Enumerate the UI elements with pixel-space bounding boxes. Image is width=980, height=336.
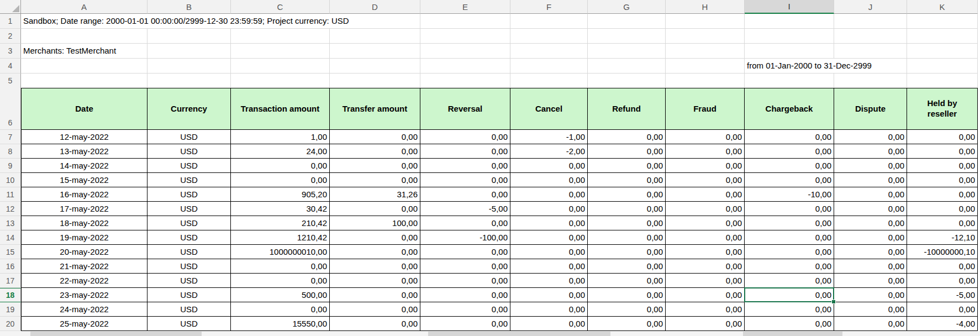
table-cell[interactable]: 0,00	[588, 187, 666, 202]
table-cell[interactable]: 0,00	[834, 144, 907, 159]
table-cell[interactable]: 0,00	[666, 259, 745, 274]
cell-H4[interactable]	[666, 59, 745, 74]
table-header-cell[interactable]: Dispute	[834, 88, 907, 130]
table-cell[interactable]: 0,00	[231, 259, 330, 274]
table-cell[interactable]: USD	[147, 274, 231, 288]
table-header-cell[interactable]: Held by reseller	[907, 88, 978, 130]
column-header-C[interactable]: C	[231, 0, 330, 14]
date-range-cell[interactable]: from 01-Jan-2000 to 31-Dec-2999	[745, 59, 874, 73]
table-cell[interactable]: 16-may-2022	[21, 187, 147, 202]
table-cell[interactable]: 0,00	[510, 317, 588, 331]
cell-C3[interactable]	[231, 44, 330, 59]
cell-G3[interactable]	[588, 44, 666, 59]
row-number-14[interactable]: 14	[0, 230, 21, 245]
table-cell[interactable]: 22-may-2022	[21, 274, 147, 288]
table-cell[interactable]: 0,00	[907, 130, 978, 144]
table-cell[interactable]: 13-may-2022	[21, 144, 147, 159]
table-cell[interactable]: USD	[147, 259, 231, 274]
table-cell[interactable]: 0,00	[907, 159, 978, 173]
cell-K3[interactable]	[907, 44, 978, 59]
row-number-13[interactable]: 13	[0, 216, 21, 230]
table-cell[interactable]: 0,00	[420, 159, 510, 173]
table-cell[interactable]: 24,00	[231, 144, 330, 159]
cell-G5[interactable]	[588, 74, 666, 88]
cell-D2[interactable]	[330, 29, 420, 44]
table-cell[interactable]: 12-may-2022	[21, 130, 147, 144]
table-cell[interactable]: 0,00	[510, 187, 588, 202]
table-cell[interactable]: 0,00	[745, 274, 834, 288]
table-cell[interactable]: USD	[147, 216, 231, 230]
table-cell[interactable]: 0,00	[834, 230, 907, 245]
table-cell[interactable]: USD	[147, 317, 231, 331]
table-cell[interactable]: 0,00	[745, 144, 834, 159]
table-cell[interactable]: 30,42	[231, 202, 330, 216]
table-cell[interactable]: 23-may-2022	[21, 288, 147, 302]
table-cell[interactable]: 25-may-2022	[21, 317, 147, 331]
table-cell[interactable]: 0,00	[745, 173, 834, 187]
table-cell[interactable]: 0,00	[907, 144, 978, 159]
table-cell[interactable]: USD	[147, 245, 231, 259]
cell-C4[interactable]	[231, 59, 330, 74]
table-cell[interactable]: 0,00	[745, 302, 834, 317]
cell-B5[interactable]	[147, 74, 231, 88]
table-cell[interactable]: 0,00	[510, 288, 588, 302]
table-cell[interactable]: -5,00	[420, 202, 510, 216]
select-all-button[interactable]	[0, 0, 21, 14]
table-cell[interactable]: 0,00	[231, 302, 330, 317]
table-cell[interactable]: USD	[147, 202, 231, 216]
table-cell[interactable]: USD	[147, 187, 231, 202]
table-cell[interactable]: 0,00	[330, 202, 420, 216]
cell-E5[interactable]	[420, 74, 510, 88]
table-cell[interactable]: 0,00	[745, 317, 834, 331]
table-cell[interactable]: 0,00	[834, 130, 907, 144]
table-cell[interactable]: 31,26	[330, 187, 420, 202]
cell-C2[interactable]	[231, 29, 330, 44]
table-cell[interactable]: 0,00	[907, 202, 978, 216]
table-cell[interactable]: 0,00	[666, 302, 745, 317]
table-cell[interactable]: 0,00	[420, 144, 510, 159]
table-cell[interactable]: USD	[147, 173, 231, 187]
table-cell[interactable]: 0,00	[907, 173, 978, 187]
table-cell[interactable]: 0,00	[588, 288, 666, 302]
table-cell[interactable]: 0,00	[834, 216, 907, 230]
table-cell[interactable]: 0,00	[420, 259, 510, 274]
row-number-15[interactable]: 15	[0, 245, 21, 259]
table-cell[interactable]: 0,00	[588, 230, 666, 245]
row-number-10[interactable]: 10	[0, 173, 21, 187]
table-header-cell[interactable]: Reversal	[420, 88, 510, 130]
table-cell[interactable]: 0,00	[510, 259, 588, 274]
table-cell[interactable]: 20-may-2022	[21, 245, 147, 259]
table-cell[interactable]: -100,00	[420, 230, 510, 245]
selected-cell[interactable]: 0,00	[745, 288, 834, 302]
table-cell[interactable]: 0,00	[907, 216, 978, 230]
table-cell[interactable]: 0,00	[745, 159, 834, 173]
table-cell[interactable]: 0,00	[510, 245, 588, 259]
table-cell[interactable]: 0,00	[420, 245, 510, 259]
row-number-8[interactable]: 8	[0, 144, 21, 159]
table-cell[interactable]: 0,00	[907, 259, 978, 274]
table-cell[interactable]: 0,00	[666, 159, 745, 173]
table-cell[interactable]: USD	[147, 130, 231, 144]
cell-E3[interactable]	[420, 44, 510, 59]
table-header-cell[interactable]: Cancel	[510, 88, 588, 130]
table-cell[interactable]: 17-may-2022	[21, 202, 147, 216]
table-cell[interactable]: 0,00	[588, 245, 666, 259]
cell-H2[interactable]	[666, 29, 745, 44]
table-cell[interactable]: 0,00	[666, 173, 745, 187]
cell-H3[interactable]	[666, 44, 745, 59]
cell-G1[interactable]	[588, 14, 666, 29]
column-header-K[interactable]: K	[907, 0, 978, 14]
table-cell[interactable]: 0,00	[834, 173, 907, 187]
table-header-cell[interactable]: Fraud	[666, 88, 745, 130]
merchants-cell[interactable]: Merchants: TestMerchant	[21, 44, 118, 58]
report-info-cell[interactable]: Sandbox; Date range: 2000-01-01 00:00:00…	[21, 14, 351, 28]
table-cell[interactable]: 0,00	[745, 245, 834, 259]
table-cell[interactable]: 0,00	[588, 317, 666, 331]
table-cell[interactable]: 0,00	[231, 159, 330, 173]
table-cell[interactable]: USD	[147, 144, 231, 159]
cell-D5[interactable]	[330, 74, 420, 88]
cell-F1[interactable]	[510, 14, 588, 29]
row-number-5[interactable]: 5	[0, 74, 21, 88]
table-cell[interactable]: 0,00	[330, 288, 420, 302]
table-cell[interactable]: 0,00	[588, 259, 666, 274]
